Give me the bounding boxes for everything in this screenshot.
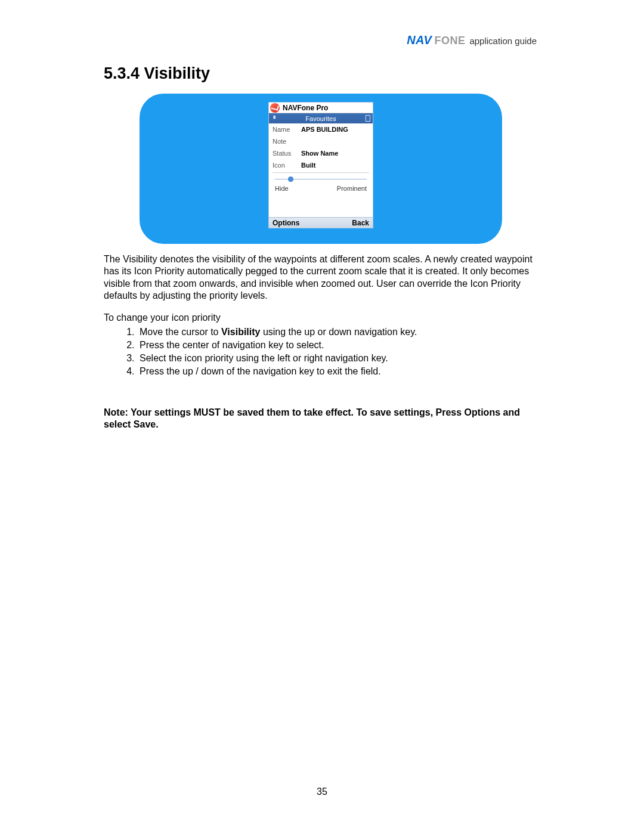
icon-label: Icon [273,162,296,169]
description-paragraph: The Visibility denotes the visibility of… [104,253,538,302]
phone-mock: NAVFone Pro ▝ Favourites Name APS BUILDI… [268,102,373,228]
visibility-slider[interactable] [275,174,367,184]
step-1: Move the cursor to Visibility using the … [137,326,538,339]
status-value: Show Name [301,150,338,157]
page-header: NAVFONE application guide [407,33,537,47]
field-icon-row[interactable]: Icon Built [269,159,373,171]
phone-screen-title: ▝ Favourites [269,113,373,123]
name-value: APS BUILDING [301,126,348,133]
page-number: 35 [0,786,644,797]
divider [273,172,369,173]
screenshot-figure: NAVFone Pro ▝ Favourites Name APS BUILDI… [140,94,502,244]
logo-nav: NAV [407,33,432,47]
screen-title-text: Favourites [305,115,336,122]
softkey-left[interactable]: Options [273,219,299,227]
battery-icon [366,115,370,122]
status-label: Status [273,150,296,157]
slider-handle[interactable] [288,176,293,182]
slider-labels: Hide Prominent [269,184,373,193]
name-label: Name [273,126,296,133]
app-name: NAVFone Pro [283,104,328,112]
phone-titlebar: NAVFone Pro [269,103,373,113]
signal-icon: ▝ [271,116,275,122]
note-label: Note [273,138,296,145]
header-subtitle: application guide [469,36,537,46]
step-2: Press the center of navigation key to se… [137,339,538,352]
phone-body: Name APS BUILDING Note Status Show Name … [269,123,373,217]
logo-fone: FONE [434,35,465,47]
step-3: Select the icon priority using the left … [137,352,538,365]
steps-lead: To change your icon priority [104,312,538,324]
section-heading: 5.3.4 Visibility [104,64,538,83]
step1-bold: Visibility [221,327,261,337]
field-name-row[interactable]: Name APS BUILDING [269,123,373,135]
icon-value: Built [301,162,315,169]
step-4: Press the up / down of the navigation ke… [137,366,538,378]
field-note-row[interactable]: Note [269,135,373,147]
step1-c: using the up or down navigation key. [260,327,417,337]
softkey-bar: Options Back [269,217,373,228]
softkey-right[interactable]: Back [352,219,369,227]
field-status-row[interactable]: Status Show Name [269,147,373,159]
main-content: 5.3.4 Visibility NAVFone Pro ▝ Favourite… [104,64,538,431]
note-paragraph: Note: Your settings MUST be saved them t… [104,407,538,432]
step1-a: Move the cursor to [140,327,221,337]
steps-list: Move the cursor to Visibility using the … [137,326,538,377]
slider-left-label: Hide [275,185,289,192]
slider-right-label: Prominent [337,185,367,192]
app-logo-icon [270,103,280,113]
